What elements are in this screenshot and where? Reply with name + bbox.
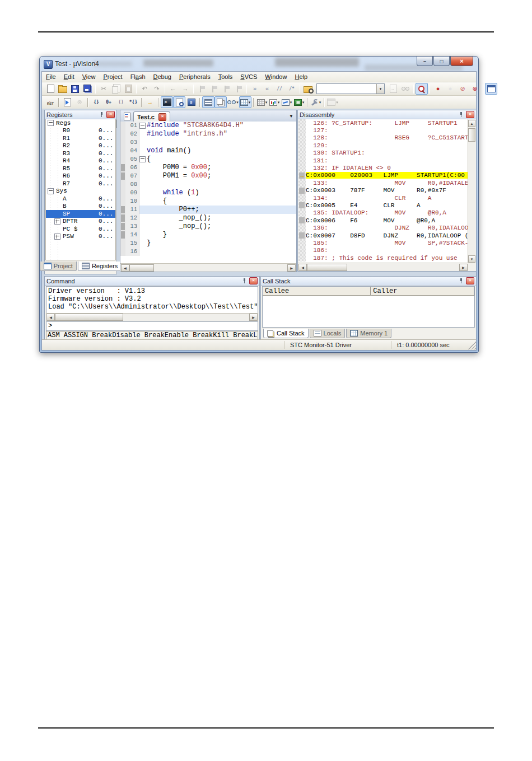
code-editor[interactable]: 01#include "STC8A8K64D4.H"02#include "in… — [120, 122, 296, 264]
title-bar[interactable]: Test - µVision4 — [40, 57, 478, 71]
menu-svcs[interactable]: SVCS — [236, 72, 261, 81]
resize-grip[interactable] — [467, 340, 476, 349]
comment-selection-button[interactable]: // — [273, 83, 286, 95]
code-line[interactable]: #include "STC8A8K64D4.H" — [139, 122, 296, 130]
menu-project[interactable]: Project — [99, 72, 126, 81]
minimize-button[interactable] — [417, 57, 433, 66]
code-line[interactable]: P0M0 = 0x00; — [139, 164, 296, 172]
editor-horizontal-scrollbar[interactable]: ◀ ▶ — [120, 263, 296, 272]
code-line[interactable]: P0M1 = 0x00; — [139, 172, 296, 180]
code-line[interactable] — [139, 138, 296, 147]
menu-debug[interactable]: Debug — [150, 72, 175, 81]
command-output[interactable]: Driver version : V1.13Firmware version :… — [46, 286, 258, 314]
callee-column-header[interactable]: Callee — [263, 287, 371, 296]
command-horizontal-scrollbar[interactable]: ◀ ▶ — [46, 313, 258, 321]
register-row-r1[interactable]: R10... — [46, 134, 115, 142]
disassembly-line[interactable]: 185: MOV SP,#?STACK- — [298, 239, 468, 246]
collapse-icon[interactable] — [48, 120, 54, 126]
disassembly-line[interactable]: 129: — [298, 142, 468, 149]
register-row-r3[interactable]: R30... — [46, 150, 115, 157]
registers-caption[interactable]: Registers — [45, 110, 116, 119]
analysis-window-dropdown-icon[interactable]: ▾ — [278, 100, 280, 105]
call-stack-window-button[interactable] — [214, 96, 227, 108]
disassembly-line[interactable]: C:0x0005 E4 CLR A — [298, 202, 468, 209]
symbols-window-button[interactable] — [185, 96, 198, 108]
search-combo-dropdown-icon[interactable]: ▾ — [376, 84, 384, 94]
show-next-statement-button[interactable]: → — [144, 96, 156, 108]
tab-memory-1[interactable]: Memory 1 — [346, 329, 391, 338]
save-file-button[interactable] — [69, 83, 81, 95]
command-window-button[interactable] — [161, 96, 173, 108]
register-row-sp[interactable]: SP0... — [46, 210, 115, 218]
search-combo-field[interactable] — [317, 84, 376, 94]
toolbox-button[interactable]: ▾ — [310, 96, 322, 108]
code-line[interactable]: _nop_(); — [139, 222, 296, 231]
disassembly-line[interactable]: 135: IDATALOOP: MOV @R0,A — [298, 209, 468, 217]
start-stop-debug-button[interactable] — [416, 83, 428, 95]
call-stack-caption[interactable]: Call Stack — [261, 277, 476, 286]
code-line[interactable]: void main() — [139, 147, 296, 155]
save-all-button[interactable] — [81, 83, 94, 95]
code-line[interactable]: { — [139, 197, 296, 206]
code-line[interactable]: #include "intrins.h" — [139, 130, 296, 138]
disassembly-vertical-scrollbar[interactable]: ▲ ▼ — [468, 119, 475, 263]
kill-all-breakpoints-button[interactable]: ⊗ — [469, 83, 481, 95]
disassembly-horizontal-scrollbar[interactable]: ◀ ▶ — [298, 263, 468, 271]
trace-window-button[interactable]: ▾ — [281, 96, 293, 108]
memory-window-dropdown-icon[interactable]: ▾ — [249, 100, 251, 105]
tab-project[interactable]: Project — [40, 262, 77, 271]
close-button[interactable] — [450, 57, 473, 66]
scroll-down-icon[interactable]: ▼ — [468, 255, 475, 263]
disassembly-line[interactable]: 133: MOV R0,#IDATALE — [298, 179, 468, 186]
scrollbar-thumb[interactable] — [468, 128, 475, 142]
disassembly-line[interactable]: 136: DJNZ R0,IDATALOO — [298, 224, 468, 231]
tab-test-c[interactable]: Test.c — [133, 111, 170, 122]
system-viewer-button[interactable]: ▾ — [293, 96, 305, 108]
menu-edit[interactable]: Edit — [60, 72, 78, 81]
disassembly-line[interactable]: 126: ?C_STARTUP: LJMP STARTUP1 — [298, 119, 468, 127]
code-line[interactable]: _nop_(); — [139, 214, 296, 222]
step-out-button[interactable]: () — [115, 96, 127, 108]
scrollbar-thumb[interactable] — [129, 264, 154, 272]
disassembly-line[interactable]: 128: RSEG ?C_C51START — [298, 134, 468, 142]
run-button[interactable] — [61, 96, 73, 108]
panel-close-button[interactable] — [249, 277, 258, 284]
disassembly-line[interactable]: 130: STARTUP1: — [298, 150, 468, 157]
expand-icon[interactable] — [54, 218, 60, 225]
menu-peripherals[interactable]: Peripherals — [175, 72, 214, 81]
disassembly-line[interactable]: C:0x0003 787F MOV R0,#0x7F — [298, 187, 468, 194]
collapse-icon[interactable] — [48, 188, 54, 194]
reset-cpu-button[interactable]: RST — [44, 96, 57, 108]
registers-window-button[interactable] — [202, 96, 214, 108]
step-over-button[interactable]: 0+ — [102, 96, 115, 108]
register-row-dptr[interactable]: DPTR0... — [46, 218, 115, 226]
uncomment-selection-button[interactable]: /* — [286, 83, 298, 95]
scroll-right-icon[interactable]: ▶ — [287, 264, 296, 272]
analysis-window-button[interactable]: ▾ — [268, 96, 281, 108]
scroll-left-icon[interactable]: ◀ — [121, 264, 129, 272]
pin-button[interactable] — [458, 278, 464, 284]
register-row-r7[interactable]: R70... — [46, 180, 115, 188]
menu-view[interactable]: View — [78, 72, 100, 81]
register-row-pc-[interactable]: PC $0... — [46, 225, 115, 233]
pin-button[interactable] — [458, 111, 464, 118]
expand-icon[interactable] — [54, 234, 60, 240]
pin-button[interactable] — [241, 278, 248, 284]
memory-window-button[interactable]: ▾ — [239, 96, 251, 108]
code-line[interactable] — [139, 180, 296, 189]
scroll-left-icon[interactable]: ◀ — [298, 264, 307, 271]
watch-window-dropdown-icon[interactable]: ▾ — [236, 100, 239, 105]
tab-call-stack[interactable]: Call Stack — [263, 329, 309, 338]
maximize-button[interactable] — [433, 57, 450, 66]
search-combo[interactable]: ▾ — [316, 83, 385, 94]
watch-window-button[interactable]: ▾ — [227, 96, 239, 108]
menu-file[interactable]: File — [42, 72, 60, 81]
register-row-psw[interactable]: PSW0... — [46, 233, 115, 241]
register-row-a[interactable]: A0... — [46, 195, 115, 203]
code-line[interactable]: } — [139, 231, 296, 239]
panel-close-button[interactable] — [106, 111, 115, 118]
register-row-r5[interactable]: R50... — [46, 165, 115, 172]
trace-window-dropdown-icon[interactable]: ▾ — [290, 100, 292, 105]
code-line[interactable]: while (1) — [139, 189, 296, 197]
menu-window[interactable]: Window — [261, 72, 291, 81]
